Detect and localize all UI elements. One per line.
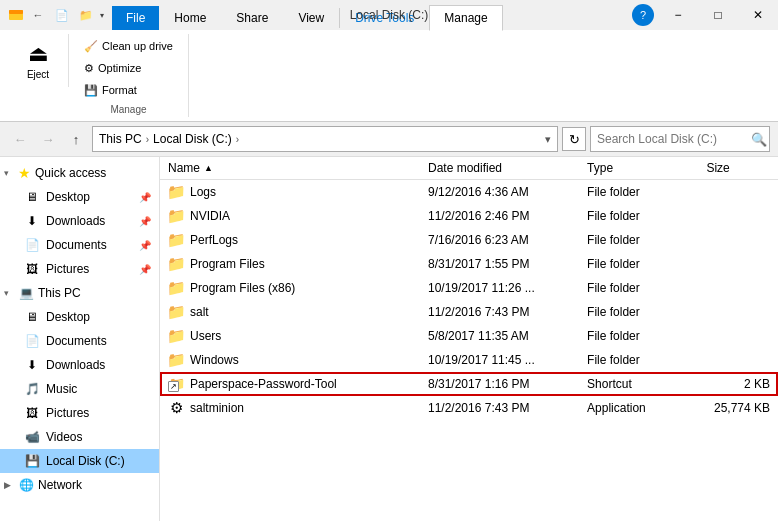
localdisk-icon: 💾 <box>24 453 40 469</box>
window-icon <box>8 7 24 23</box>
sidebar-item-documents2[interactable]: 📄 Documents <box>0 329 159 353</box>
col-header-type[interactable]: Type <box>579 157 698 179</box>
table-row[interactable]: 📁 Program Files (x86) 10/19/2017 11:26 .… <box>160 276 778 300</box>
sidebar-item-localdisk[interactable]: 💾 Local Disk (C:) <box>0 449 159 473</box>
file-type: File folder <box>579 255 698 273</box>
table-row[interactable]: 📁 Windows 10/19/2017 11:45 ... File fold… <box>160 348 778 372</box>
address-bar: ← → ↑ This PC › Local Disk (C:) › ▾ ↻ 🔍 <box>0 122 778 157</box>
table-row[interactable]: 📁 salt 11/2/2016 7:43 PM File folder <box>160 300 778 324</box>
downloads2-icon: ⬇ <box>24 357 40 373</box>
table-row[interactable]: 📁 NVIDIA 11/2/2016 2:46 PM File folder <box>160 204 778 228</box>
folder-icon: 📁 <box>167 351 186 369</box>
breadcrumb-localdisk[interactable]: Local Disk (C:) <box>153 132 232 146</box>
quick-access-toolbar-newfolder[interactable]: 📁 <box>76 5 96 25</box>
file-date: 10/19/2017 11:26 ... <box>420 279 579 297</box>
search-icon[interactable]: 🔍 <box>751 132 767 147</box>
maximize-button[interactable]: □ <box>698 0 738 30</box>
address-dropdown-arrow[interactable]: ▾ <box>545 133 551 146</box>
pictures2-icon: 🖼 <box>24 405 40 421</box>
sidebar-item-music[interactable]: 🎵 Music <box>0 377 159 401</box>
file-date: 5/8/2017 11:35 AM <box>420 327 579 345</box>
tab-file[interactable]: File <box>112 6 159 30</box>
sort-arrow: ▲ <box>204 163 213 173</box>
sidebar-quick-access-header[interactable]: ▾ ★ Quick access <box>0 161 159 185</box>
tab-view[interactable]: View <box>283 5 339 30</box>
quick-access-expand-icon: ▾ <box>4 168 14 178</box>
window-title: Local Disk (C:) <box>350 8 429 22</box>
help-button[interactable]: ? <box>632 4 654 26</box>
folder-icon: 📁 <box>167 279 186 297</box>
file-date: 11/2/2016 7:43 PM <box>420 399 579 417</box>
eject-button[interactable]: ⏏ Eject <box>16 36 60 85</box>
file-date: 10/19/2017 11:45 ... <box>420 351 579 369</box>
file-date: 7/16/2016 6:23 AM <box>420 231 579 249</box>
table-row[interactable]: 📁↗ Paperspace-Password-Tool 8/31/2017 1:… <box>160 372 778 396</box>
folder-icon: 📁 <box>167 183 186 201</box>
optimize-button[interactable]: ⚙ Optimize <box>77 58 180 78</box>
ribbon: ⏏ Eject 🧹 Clean up drive ⚙ Optimize 💾 Fo… <box>0 30 778 122</box>
pin-icon4: 📌 <box>139 264 151 275</box>
sidebar-thispc-header[interactable]: ▾ 💻 This PC <box>0 281 159 305</box>
sidebar-item-videos[interactable]: 📹 Videos <box>0 425 159 449</box>
thispc-expand-icon: ▾ <box>4 288 14 298</box>
sidebar-item-desktop2[interactable]: 🖥 Desktop <box>0 305 159 329</box>
optimize-icon: ⚙ <box>84 62 94 75</box>
tab-home[interactable]: Home <box>159 5 221 30</box>
nav-forward-button[interactable]: → <box>36 127 60 151</box>
main-area: ▾ ★ Quick access 🖥 Desktop 📌 ⬇ Downloads… <box>0 157 778 521</box>
format-button[interactable]: 💾 Format <box>77 80 180 100</box>
quick-access-toolbar-back[interactable]: ← <box>28 5 48 25</box>
search-box[interactable]: 🔍 <box>590 126 770 152</box>
file-type: File folder <box>579 351 698 369</box>
network-expand-icon: ▶ <box>4 480 14 490</box>
search-input[interactable] <box>597 132 747 146</box>
tab-share[interactable]: Share <box>221 5 283 30</box>
sidebar-item-pictures2[interactable]: 🖼 Pictures <box>0 401 159 425</box>
desktop-icon: 🖥 <box>24 189 40 205</box>
col-header-size[interactable]: Size <box>698 157 778 179</box>
close-button[interactable]: ✕ <box>738 0 778 30</box>
file-size <box>698 358 778 362</box>
nav-up-button[interactable]: ↑ <box>64 127 88 151</box>
file-type: File folder <box>579 231 698 249</box>
table-row[interactable]: 📁 Logs 9/12/2016 4:36 AM File folder <box>160 180 778 204</box>
qat-dropdown[interactable]: ▾ <box>100 11 104 20</box>
svg-rect-1 <box>9 10 23 14</box>
refresh-button[interactable]: ↻ <box>562 127 586 151</box>
folder-icon: 📁 <box>167 303 186 321</box>
table-row[interactable]: ⚙ saltminion 11/2/2016 7:43 PM Applicati… <box>160 396 778 420</box>
pin-icon3: 📌 <box>139 240 151 251</box>
sidebar-item-downloads[interactable]: ⬇ Downloads 📌 <box>0 209 159 233</box>
cleanup-button[interactable]: 🧹 Clean up drive <box>77 36 180 56</box>
ribbon-group-manage: 🧹 Clean up drive ⚙ Optimize 💾 Format Man… <box>69 34 189 117</box>
table-row[interactable]: 📁 Users 5/8/2017 11:35 AM File folder <box>160 324 778 348</box>
table-row[interactable]: 📁 PerfLogs 7/16/2016 6:23 AM File folder <box>160 228 778 252</box>
quick-access-toolbar-props[interactable]: 📄 <box>52 5 72 25</box>
file-name: Paperspace-Password-Tool <box>190 377 337 391</box>
folder-icon: 📁 <box>167 327 186 345</box>
file-name: salt <box>190 305 209 319</box>
file-size <box>698 190 778 194</box>
col-header-name[interactable]: Name ▲ <box>160 157 420 179</box>
quick-access-star-icon: ★ <box>18 165 31 181</box>
nav-back-button[interactable]: ← <box>8 127 32 151</box>
sidebar-item-pictures[interactable]: 🖼 Pictures 📌 <box>0 257 159 281</box>
table-row[interactable]: 📁 Program Files 8/31/2017 1:55 PM File f… <box>160 252 778 276</box>
sidebar-item-documents[interactable]: 📄 Documents 📌 <box>0 233 159 257</box>
file-date: 8/31/2017 1:55 PM <box>420 255 579 273</box>
file-type: Application <box>579 399 698 417</box>
eject-icon: ⏏ <box>28 41 49 67</box>
pictures-icon: 🖼 <box>24 261 40 277</box>
sidebar-item-desktop[interactable]: 🖥 Desktop 📌 <box>0 185 159 209</box>
tab-manage[interactable]: Manage <box>429 5 502 31</box>
sidebar-item-downloads2[interactable]: ⬇ Downloads <box>0 353 159 377</box>
breadcrumb-thispc[interactable]: This PC <box>99 132 142 146</box>
sidebar-network-header[interactable]: ▶ 🌐 Network <box>0 473 159 497</box>
file-date: 11/2/2016 7:43 PM <box>420 303 579 321</box>
minimize-button[interactable]: − <box>658 0 698 30</box>
col-header-date[interactable]: Date modified <box>420 157 579 179</box>
app-icon: ⚙ <box>170 399 183 417</box>
address-input[interactable]: This PC › Local Disk (C:) › ▾ <box>92 126 558 152</box>
file-list-area: Name ▲ Date modified Type Size 📁 Logs 9/… <box>160 157 778 521</box>
file-date: 8/31/2017 1:16 PM <box>420 375 579 393</box>
